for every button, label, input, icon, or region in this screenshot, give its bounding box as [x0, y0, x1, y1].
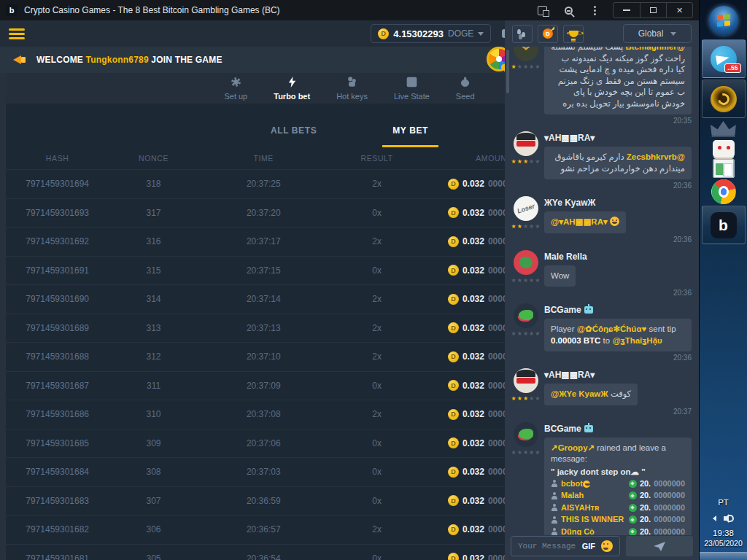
chat-message-left: ★★★★★ — [514, 196, 538, 244]
taskbar-item-crown-app[interactable] — [711, 120, 737, 139]
zoom-out-icon[interactable] — [559, 3, 578, 18]
chat-input-row: Your Message GIF — [511, 536, 693, 556]
mention-link[interactable]: @Zecsbhkrvrb — [627, 152, 685, 161]
rain-quote: " jacky dont step on☁ " — [551, 467, 685, 478]
taskbar-item-dice-app[interactable] — [713, 140, 735, 158]
clock-time[interactable]: 19:38 — [700, 529, 747, 537]
game-tab-set-up[interactable]: Set up — [224, 77, 247, 101]
taskbar-item-bcgame-app[interactable]: b — [702, 206, 746, 244]
show-desktop-button[interactable] — [700, 552, 747, 560]
avatar[interactable] — [514, 131, 538, 156]
mention-link[interactable]: @✿Ćôŋɕ✻Ćhúα♥ — [577, 324, 647, 333]
column-header: TIME — [198, 154, 329, 163]
message-input[interactable]: Your Message GIF — [511, 536, 620, 556]
mention-link[interactable]: @ЖYe KyawЖ — [551, 389, 608, 398]
winner-name[interactable]: Malah — [561, 490, 626, 502]
star-icon: ★ — [511, 277, 517, 284]
taskbar-item-notes-app[interactable] — [713, 159, 735, 178]
chat-message-body: ЖYe KyawЖ@▾AH▩▩RA▾ 20:36 — [544, 196, 692, 244]
bet-time: 20:37:06 — [198, 438, 329, 448]
winner-amount-dim: 0000000 — [654, 514, 685, 526]
rainer-name[interactable]: ↗Groopy↗ — [551, 443, 595, 452]
taskbar-item-chrome[interactable] — [711, 179, 736, 204]
mention-link[interactable]: @ʓThaîʓHậυ — [612, 336, 662, 345]
translate-icon[interactable] — [533, 3, 551, 18]
star-icon: ★ — [511, 223, 517, 230]
bet-time: 20:37:10 — [198, 351, 329, 362]
doge-coin-icon — [448, 351, 459, 362]
winner-name[interactable]: AISYAHᴛʀ — [561, 502, 626, 514]
volume-icon[interactable] — [724, 514, 734, 523]
game-tab-seed[interactable]: Seed — [456, 77, 475, 101]
taskbar-item-telegram[interactable]: ..55 — [702, 39, 746, 78]
taskbar-item-start-button[interactable] — [702, 3, 746, 38]
star-icon: ★ — [523, 63, 529, 70]
close-button[interactable]: ✕ — [666, 3, 692, 18]
bet-time: 20:36:57 — [198, 524, 329, 534]
balance-selector[interactable]: 4.15302293 DOGE — [371, 24, 491, 43]
avatar[interactable] — [514, 368, 538, 393]
bet-amount-value: 0.032 — [462, 467, 484, 477]
column-header: RESULT — [329, 154, 425, 163]
avatar[interactable] — [514, 422, 538, 447]
chat-scrollbar[interactable] — [506, 50, 509, 93]
robot-emoji-icon — [584, 306, 593, 314]
menu-hamburger-icon[interactable] — [9, 28, 25, 39]
winner-amount: 20. — [640, 514, 651, 526]
tab-all-bets[interactable]: ALL BETS — [260, 118, 327, 147]
bet-time: 20:36:54 — [198, 553, 329, 560]
game-tab-turbo-bet[interactable]: Turbo bet — [274, 77, 310, 101]
game-icon — [711, 86, 737, 112]
bet-amount-value: 0.032 — [462, 409, 484, 419]
avatar[interactable] — [514, 250, 538, 275]
winner-name[interactable]: Dũng Cò — [561, 526, 626, 536]
mention-link[interactable]: @Btcmagnifier — [625, 47, 685, 51]
emoji-button[interactable] — [601, 540, 613, 552]
site-favicon-icon: b — [6, 4, 18, 16]
star-icon: ★ — [511, 158, 517, 165]
star-icon: ★ — [535, 395, 541, 402]
taskbar-item-game-app[interactable] — [702, 79, 746, 118]
hidden-icons-arrow[interactable] — [713, 516, 716, 521]
browser-menu-icon[interactable] — [585, 3, 604, 18]
restore-button[interactable] — [640, 3, 666, 18]
avatar[interactable] — [514, 196, 538, 221]
bet-amount-value: 0.032 — [462, 323, 484, 333]
avatar[interactable] — [514, 47, 538, 61]
doge-coin-icon — [448, 409, 459, 420]
game-tab-live-state[interactable]: Live State — [394, 77, 430, 101]
chat-username-text: ЖYe KyawЖ — [544, 198, 595, 208]
chat-channel-select[interactable]: Global — [623, 24, 692, 43]
star-icon: ★ — [523, 223, 529, 230]
chevron-down-icon — [670, 32, 676, 36]
balance-amount: 4.15302293 — [393, 28, 444, 39]
bet-amount-value: 0.032 — [462, 265, 484, 276]
winner-name[interactable]: THIS IS WINNER — [561, 514, 626, 526]
chat-message: ★★★★★BCGame↗Groopy↗ rained and leave a m… — [514, 422, 692, 536]
coin-drop-button[interactable] — [538, 25, 558, 43]
language-indicator[interactable]: PT — [700, 498, 747, 507]
mention-link[interactable]: @▾AH▩▩RA▾ — [551, 217, 608, 226]
bet-nonce: 315 — [109, 265, 198, 276]
tab-my-bet[interactable]: MY BET — [382, 118, 438, 147]
rain-button[interactable] — [512, 25, 533, 43]
message-timestamp: 20:36 — [544, 236, 692, 244]
chat-bubble: @ЖYe KyawЖ كوفت — [544, 384, 638, 405]
avatar[interactable] — [514, 303, 538, 328]
send-button[interactable] — [626, 536, 693, 556]
chat-username: BCGame — [544, 305, 692, 315]
game-tab-hot-keys[interactable]: Hot keys — [336, 77, 368, 101]
window-title: Crypto Casino Games - The 8 Best Bitcoin… — [24, 5, 525, 15]
contest-button[interactable] — [563, 25, 584, 43]
chat-username: ▾AH▩▩RA▾ — [544, 370, 692, 380]
paper-plane-icon — [654, 542, 665, 551]
winner-name[interactable]: bcbot — [561, 478, 626, 490]
bet-result: 2x — [329, 409, 425, 419]
minimize-button[interactable] — [614, 3, 640, 18]
bet-hash: 7971459301684 — [6, 467, 109, 477]
message-text: to — [600, 336, 612, 345]
message-placeholder: Your Message — [518, 542, 576, 551]
notification-badge: ..55 — [724, 63, 740, 73]
gif-button[interactable]: GIF — [582, 542, 595, 551]
bet-time: 20:37:17 — [198, 236, 329, 246]
